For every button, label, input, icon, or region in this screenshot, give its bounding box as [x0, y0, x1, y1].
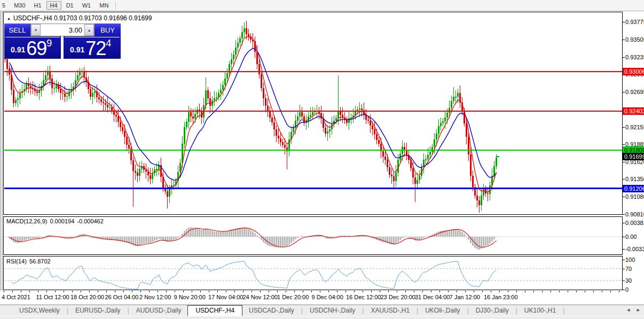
rsi-tick-label: 30 [625, 277, 632, 284]
price-tick-label: 0.92695 [625, 89, 644, 95]
chart-tab-ukoil-daily[interactable]: UKOil-,Daily [419, 305, 466, 316]
price-tick-mark [623, 197, 625, 197]
rsi-tick-label: 70 [625, 266, 632, 272]
chart-tab-usdcad-daily[interactable]: USDCAD-,Daily [242, 305, 301, 316]
price-tick-mark [623, 92, 625, 92]
date-label: 23 Dec 20:00 [381, 294, 415, 300]
date-label: 17 Nov 04:00 [208, 294, 243, 300]
rsi-tick-label: 100 [625, 256, 635, 263]
time-axis[interactable]: 4 Oct 202111 Oct 12:0018 Oct 20:0026 Oct… [0, 291, 644, 304]
date-label: 16 Dec 12:00 [346, 294, 381, 300]
macd-name: MACD(12,26,9) [6, 218, 47, 224]
chart-tab-bar: USDX,Weekly|EURUSD-,Daily|AUDUSD-,DailyU… [0, 305, 644, 316]
timeframe-button-h4[interactable]: H4 [46, 1, 61, 10]
timeframe-button-h1[interactable]: H1 [30, 1, 45, 10]
date-label: 2 Nov 12:00 [139, 294, 171, 300]
chart-tab-usdx-weekly[interactable]: USDX,Weekly [13, 305, 66, 316]
rsi-name: RSI(14) [6, 258, 27, 264]
price-level-badge: 0.91206 [623, 185, 644, 192]
chart-tab-dj30-daily[interactable]: DJ30-,Daily [469, 305, 515, 316]
date-label: 9 Dec 04:00 [312, 294, 343, 300]
volume-widget: ▼ 3.00 ▲ [30, 24, 95, 36]
volume-increase-button[interactable]: ▲ [84, 24, 94, 36]
sell-price-pip: 9 [46, 38, 52, 49]
volume-input[interactable]: 3.00 [41, 24, 84, 36]
macd-signal-value: -0.000462 [77, 218, 104, 224]
date-label: 1 Dec 20:00 [277, 294, 309, 300]
tab-scroll-right-icon[interactable]: ► [636, 307, 641, 313]
rsi-tick-label: 0 [625, 286, 629, 293]
rsi-tick-mark [623, 290, 625, 290]
sell-price-big: 69 [26, 40, 46, 58]
sell-price: 0.91 69 9 [4, 37, 61, 59]
mt4-window: 5M30H1H4D1W1MN ▲ USDCHF-,H4 0.91703 0.91… [0, 0, 644, 319]
chart-tab-usdcnh-daily[interactable]: USDCNH-,Daily [303, 305, 362, 316]
price-tick-label: 0.91350 [625, 176, 644, 182]
macd-tick-mark [623, 223, 625, 223]
price-level-badge: 0.91699 [623, 153, 644, 160]
tab-scroll-left-icon[interactable]: ◄ [626, 307, 631, 313]
timeframe-button-m30[interactable]: M30 [10, 1, 29, 10]
date-label: 9 Nov 20:00 [174, 294, 206, 300]
timeframe-button-d1[interactable]: D1 [62, 1, 77, 10]
price-tick-mark [623, 179, 625, 180]
rsi-value: 56.8702 [29, 258, 51, 264]
date-label: 18 Oct 20:00 [70, 294, 104, 300]
price-tick-label: 0.93775 [625, 19, 644, 25]
chart-tab-eurusd-daily[interactable]: EURUSD-,Daily [69, 305, 127, 316]
date-label: 7 Jan 12:00 [450, 294, 481, 300]
timeframe-button-w1[interactable]: W1 [78, 1, 95, 10]
timeframe-toolbar: 5M30H1H4D1W1MN [0, 0, 644, 11]
symbol-ohlc-text: USDCHF-,H4 0.91703 0.91703 0.91696 0.916… [13, 14, 152, 22]
rsi-tick-mark [623, 260, 625, 260]
tab-scroll-arrows: ◄ ► [626, 307, 641, 313]
macd-value: 0.000194 [50, 218, 74, 224]
date-label: 24 Nov 12:00 [243, 294, 278, 300]
macd-tick-label: 0.00 [625, 234, 637, 240]
buy-price: 0.91 72 4 [64, 37, 121, 59]
window-left-edge [1, 11, 1, 304]
macd-tick-mark [623, 249, 625, 250]
date-label: 11 Oct 12:00 [36, 294, 69, 300]
price-tick-mark [623, 127, 625, 128]
price-level-badge: 0.93006 [623, 68, 644, 75]
date-label: 4 Oct 2021 [2, 294, 30, 300]
window-left-edge-inner [2, 11, 3, 304]
price-tick-mark [623, 144, 625, 145]
price-tick-mark [623, 162, 625, 162]
chart-title: ▲ USDCHF-,H4 0.91703 0.91703 0.91696 0.9… [7, 14, 152, 22]
buy-price-pip: 4 [106, 38, 111, 49]
date-label: 31 Dec 04:00 [415, 294, 450, 300]
date-label: 26 Oct 04:00 [105, 294, 139, 300]
price-tick-label: 0.90810 [625, 211, 644, 217]
window-bottom-strip [0, 316, 644, 319]
price-tick-mark [623, 214, 625, 215]
one-click-trading-panel: SELL 0.91 69 9 BUY 0.91 72 4 ▼ 3.00 ▲ [4, 24, 121, 59]
price-tick-mark [623, 40, 625, 40]
chart-tab-xauusd-h1[interactable]: XAUUSD-,H1 [364, 305, 416, 316]
rsi-tick-mark [623, 281, 625, 281]
chart-tab-uk100-h1[interactable]: UK100-,H1 [518, 305, 562, 316]
rsi-chart[interactable] [4, 256, 622, 290]
buy-price-big: 72 [85, 40, 106, 58]
price-tick-label: 0.91080 [625, 193, 644, 200]
price-level-badge: 0.92403 [623, 107, 644, 115]
volume-decrease-button[interactable]: ▼ [31, 24, 41, 36]
rsi-tick-mark [623, 269, 625, 269]
timeframe-button-5[interactable]: 5 [0, 1, 9, 10]
chart-tab-usdchf-h4[interactable]: USDCHF-,H4 [187, 305, 242, 316]
timeframe-button-mn[interactable]: MN [96, 1, 112, 10]
macd-tick-label: 0.00382 [625, 220, 644, 226]
buy-price-prefix: 0.91 [70, 45, 84, 54]
ohlc-toggle-icon[interactable]: ▲ [7, 17, 11, 20]
macd-tick-mark [623, 237, 625, 237]
price-tick-label: 0.93235 [625, 54, 644, 60]
price-tick-label: 0.93505 [625, 36, 644, 43]
price-tick-label: 0.92155 [625, 124, 644, 130]
buy-button-label: BUY [95, 26, 121, 34]
chart-tab-audusd-daily[interactable]: AUDUSD-,Daily [130, 305, 188, 316]
sell-price-prefix: 0.91 [11, 45, 25, 54]
sell-button-label: SELL [4, 26, 30, 34]
tab-divider: | [562, 305, 565, 316]
date-label: 16 Jan 23:00 [484, 294, 518, 300]
